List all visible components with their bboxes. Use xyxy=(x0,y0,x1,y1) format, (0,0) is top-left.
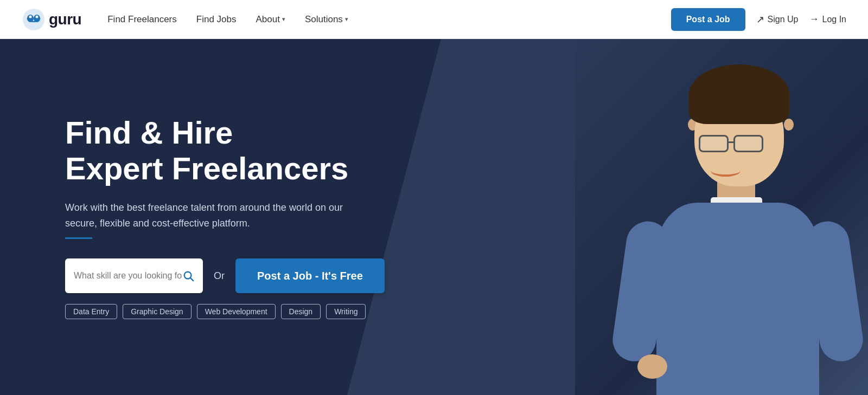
hero-subtitle: Work with the best freelance talent from… xyxy=(65,200,369,231)
post-job-free-button[interactable]: Post a Job - It's Free xyxy=(235,258,385,293)
nav-actions: Post a Job ↗ Sign Up → Log In xyxy=(671,8,846,31)
nav-solutions[interactable]: Solutions ▾ xyxy=(305,14,348,25)
hero-section: Find & Hire Expert Freelancers Work with… xyxy=(0,39,868,395)
hero-person-illustration xyxy=(575,39,868,395)
nav-links: Find Freelancers Find Jobs About ▾ Solut… xyxy=(107,14,671,25)
nav-about[interactable]: About ▾ xyxy=(256,14,285,25)
hero-title: Find & Hire Expert Freelancers xyxy=(65,115,369,187)
svg-point-3 xyxy=(29,15,32,18)
login-icon: → xyxy=(809,14,819,25)
hero-content: Find & Hire Expert Freelancers Work with… xyxy=(0,115,369,320)
tag-writing[interactable]: Writing xyxy=(326,304,366,319)
search-input[interactable] xyxy=(74,271,182,281)
post-job-button[interactable]: Post a Job xyxy=(671,8,745,31)
sign-up-link[interactable]: ↗ Sign Up xyxy=(756,14,799,25)
tag-graphic-design[interactable]: Graphic Design xyxy=(123,304,192,319)
nav-find-freelancers[interactable]: Find Freelancers xyxy=(107,14,177,25)
logo-text: guru xyxy=(49,11,81,28)
logo-icon xyxy=(22,8,46,31)
search-row: Or Post a Job - It's Free xyxy=(65,258,369,293)
or-label: Or xyxy=(214,270,225,282)
tag-web-development[interactable]: Web Development xyxy=(197,304,276,319)
solutions-chevron-icon: ▾ xyxy=(345,16,348,23)
signup-icon: ↗ xyxy=(756,14,764,25)
svg-line-6 xyxy=(190,279,193,281)
about-chevron-icon: ▾ xyxy=(282,16,285,23)
svg-point-4 xyxy=(36,15,39,18)
navbar: guru Find Freelancers Find Jobs About ▾ … xyxy=(0,0,868,39)
svg-point-0 xyxy=(23,9,44,30)
tag-design[interactable]: Design xyxy=(281,304,321,319)
log-in-link[interactable]: → Log In xyxy=(809,14,846,25)
nav-find-jobs[interactable]: Find Jobs xyxy=(196,14,237,25)
search-button[interactable] xyxy=(182,270,194,282)
hero-divider xyxy=(65,237,92,239)
tags-row: Data Entry Graphic Design Web Developmen… xyxy=(65,304,369,319)
logo[interactable]: guru xyxy=(22,8,81,31)
search-box xyxy=(65,258,203,293)
tag-data-entry[interactable]: Data Entry xyxy=(65,304,117,319)
